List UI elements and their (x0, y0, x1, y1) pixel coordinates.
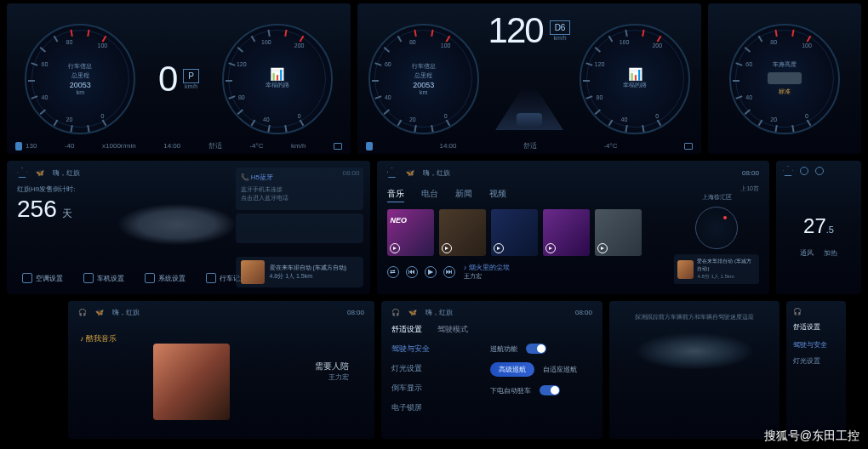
compass-icon[interactable] (695, 207, 738, 249)
settings-preview-panel: 探测跟踪前方车辆前方和车辆自驾驶速度适应 (609, 301, 779, 439)
ego-car-icon (517, 113, 542, 126)
album-tile[interactable]: NEO (387, 209, 434, 256)
home-icon[interactable] (387, 168, 397, 178)
cruise-option-adaptive[interactable]: 自适应巡航 (543, 365, 577, 374)
outside-temp: -4°C (249, 142, 263, 150)
instrument-cluster-height: 020406080100 车身高度 标准 (708, 3, 861, 154)
settings-description: 探测跟踪前方车辆前方和车辆自驾驶速度适应 (625, 313, 764, 321)
album-tile[interactable] (491, 209, 538, 256)
speed-unit: km/h (183, 83, 199, 89)
speed-gauge-unit: km/h (291, 142, 306, 150)
nav-icon[interactable] (815, 167, 824, 175)
clock: 14:00 (163, 142, 180, 150)
assistant-icon[interactable]: 🦋 (36, 169, 44, 177)
gear-indicator: D6 (550, 20, 571, 35)
menu-lighting[interactable]: 灯光设置 (391, 363, 477, 374)
album-tile[interactable] (439, 209, 486, 256)
gear-indicator: P (183, 69, 199, 83)
car-side-view (635, 330, 754, 372)
cruise-label: 巡航功能 (490, 344, 517, 354)
rpm-gauge: 020406080100 行车信息 总里程 20053 km (25, 24, 135, 134)
home-icon[interactable] (17, 168, 27, 178)
climate-panel: 27.5 通风 加热 (776, 161, 861, 294)
prev-button[interactable]: ⏮ (406, 266, 418, 278)
instrument-cluster-parked: 020406080100 行车信息 总里程 20053 km 0 P km/h … (7, 3, 351, 154)
next-button[interactable]: ⏭ (443, 266, 455, 278)
settings-screen: 🎧 🦋 嗨，红旗 08:00 舒适设置 驾驶模式 驾驶与安全 灯光设置 倒车显示… (381, 301, 602, 439)
fuel-icon (684, 143, 693, 150)
play-button[interactable]: ▶ (425, 266, 437, 278)
vehicle-settings-button[interactable]: 车机设置 (78, 270, 129, 286)
speed-value: 120 (488, 10, 543, 51)
tab-drive-mode[interactable]: 驾驶模式 (437, 324, 468, 335)
tab-comfort[interactable]: 舒适设置 (391, 324, 422, 335)
settings-menu-fragment: 🎧 舒适设置 驾驶与安全 灯光设置 (786, 301, 846, 439)
coolant-icon (15, 142, 22, 151)
headphone-icon[interactable]: 🎧 (391, 309, 400, 316)
tab-news[interactable]: 新闻 (455, 188, 472, 202)
nav-location: 上海徐汇区 (674, 193, 759, 202)
album-tile[interactable] (595, 209, 642, 256)
play-icon[interactable] (494, 243, 504, 253)
assistant-icon[interactable]: 🦋 (406, 169, 414, 177)
tab-music[interactable]: 音乐 (387, 188, 404, 202)
home-icon[interactable] (783, 166, 793, 176)
coolant-icon (366, 142, 373, 151)
auto-park-toggle[interactable] (540, 385, 560, 395)
album-tile[interactable] (543, 209, 590, 256)
menu-driving-safety[interactable]: 驾驶与安全 (391, 344, 477, 355)
drive-mode: 舒适 (208, 141, 222, 151)
thumbnail (241, 260, 265, 284)
media-screen: 🦋 嗨，红旗 08:00 音乐 电台 新闻 视频 NEO (377, 161, 770, 294)
play-icon[interactable] (545, 243, 556, 253)
menu-reverse-display[interactable]: 倒车显示 (391, 383, 477, 394)
heating-button[interactable]: 加热 (824, 248, 837, 258)
greeting: 嗨，红旗 (53, 168, 80, 178)
song-artist: 王力宏 (315, 372, 349, 382)
shuffle-button[interactable]: ⇄ (387, 266, 399, 278)
countdown-days: 256 (17, 196, 57, 222)
speed-value: 0 (158, 59, 176, 99)
system-settings-button[interactable]: 系统设置 (140, 270, 191, 286)
bluetooth-card[interactable]: 📞 H5蓝牙 蓝牙手机未连接 点击进入蓝牙电话 (236, 168, 363, 210)
music-app-name: 酷我音乐 (80, 333, 117, 344)
song-title: 需要人陪 (315, 361, 349, 372)
more-link[interactable]: 上10首 (674, 185, 759, 193)
countdown-unit: 天 (62, 207, 72, 219)
speed-gauge: 04080120160200 📊 幸福的路 (580, 24, 690, 134)
cruise-toggle[interactable] (526, 344, 546, 354)
balance-icon[interactable] (800, 167, 808, 175)
auto-park-label: 下电自动驻车 (490, 386, 531, 395)
home-screen: 🦋 嗨，红旗 08:00 红旗H9发售倒计时: 256 天 空调设置 车机设置 … (7, 161, 370, 294)
watermark: 搜狐号@东田工控 (764, 429, 859, 444)
album-art[interactable] (153, 344, 230, 420)
rpm-gauge: 020406080100 行车信息 总里程 20053 km (368, 24, 479, 134)
instrument-cluster-driving: 020406080100 行车信息 总里程 20053 km 120 D6 km… (357, 3, 701, 154)
tab-video[interactable]: 视频 (489, 188, 506, 202)
nearby-card[interactable]: 爱在来车排自动 (车减方自动) 4.8分 1人 1.5km (674, 254, 759, 284)
headphone-icon[interactable]: 🎧 (78, 309, 87, 316)
rpm-unit: x1000r/min (102, 142, 136, 150)
temperature-value: 27 (803, 214, 826, 237)
play-icon[interactable] (390, 243, 400, 253)
play-icon[interactable] (442, 243, 452, 253)
nearby-card[interactable]: 爱在来车排自动 (车减方自动) 4.8分 1人 1.5km (236, 257, 363, 287)
speed-gauge: 04080120160200 📊 幸福的路 (222, 24, 333, 134)
headphone-icon[interactable]: 🎧 (793, 308, 802, 315)
tab-radio[interactable]: 电台 (421, 188, 438, 202)
play-icon[interactable] (597, 243, 608, 253)
ventilation-button[interactable]: 通风 (800, 248, 814, 258)
menu-elock[interactable]: 电子锁屏 (391, 402, 477, 413)
music-app-screen: 🎧 🦋 嗨，红旗 08:00 酷我音乐 需要人陪 王力宏 (68, 301, 374, 439)
climate-settings-button[interactable]: 空调设置 (17, 270, 68, 286)
cruise-option-advanced[interactable]: 高级巡航 (490, 362, 534, 377)
now-playing-artist: 王力宏 (464, 272, 510, 281)
now-playing-title: 烟火里的尘埃 (469, 264, 510, 271)
gauge: 020406080100 车身高度 标准 (729, 24, 840, 134)
thumbnail (677, 260, 694, 279)
info-card[interactable] (236, 213, 363, 243)
fuel-icon (334, 143, 342, 150)
